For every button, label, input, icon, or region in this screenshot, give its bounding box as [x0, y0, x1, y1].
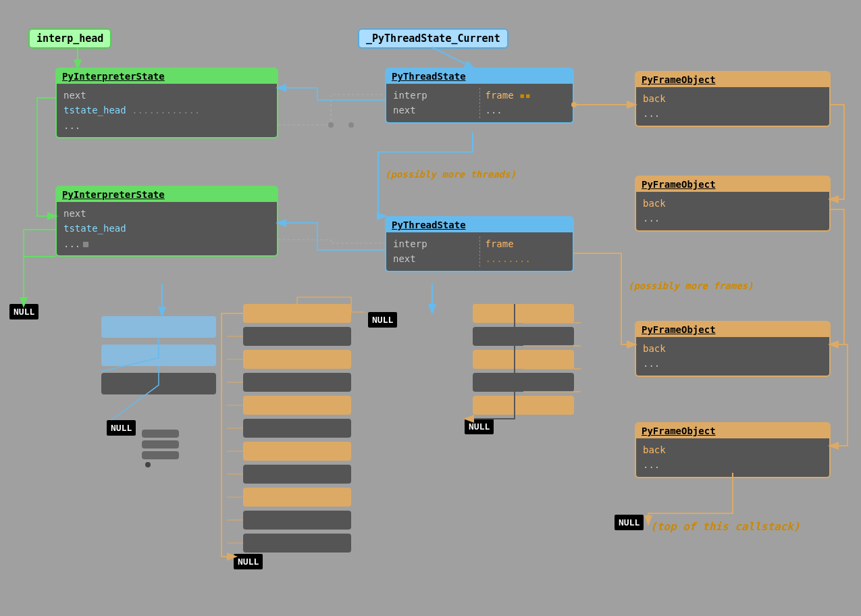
interp-state-2-body: next tstate_head ...	[57, 202, 277, 255]
mini-dark-5	[243, 465, 351, 484]
null-3: NULL	[465, 419, 494, 434]
frame-1-body: back ...	[636, 87, 829, 126]
mini-orange-3	[243, 396, 351, 415]
mini-blue-1	[101, 316, 216, 338]
frame-4-title: PyFrameObject	[636, 424, 829, 438]
mini-stack-dot	[145, 462, 151, 467]
mini-orange-t2-2	[473, 350, 574, 369]
mini-stack-1	[142, 430, 179, 438]
svg-line-1	[432, 47, 473, 68]
mini-dark-7	[243, 534, 351, 553]
null-4: NULL	[107, 420, 136, 436]
interp-state-2: PyInterpreterState next tstate_head ...	[55, 186, 278, 257]
frame-2-body: back ...	[636, 192, 829, 230]
mini-dark-1	[101, 373, 216, 394]
frame-2: PyFrameObject back ...	[635, 176, 831, 232]
mini-dark-4	[243, 419, 351, 438]
field-dots-2: ...	[63, 236, 270, 251]
mini-orange-1	[243, 304, 351, 323]
frame-4-body: back ...	[636, 438, 829, 477]
mini-stack-2	[142, 440, 179, 448]
mini-orange-t2-1	[473, 304, 574, 323]
field-dots-1: ...	[63, 118, 270, 133]
thread-state-2: PyThreadState interp next frame ........	[385, 216, 574, 272]
mini-orange-5	[243, 488, 351, 507]
field-next-1: next	[63, 88, 270, 103]
thread-state-2-title: PyThreadState	[386, 217, 573, 232]
null-5: NULL	[234, 554, 263, 569]
mini-blue-2	[101, 344, 216, 366]
mini-dark-2	[243, 327, 351, 346]
py-thread-state-current-label: _PyThreadState_Current	[358, 28, 508, 49]
frame-4: PyFrameObject back ...	[635, 422, 831, 478]
thread-state-2-body: interp next frame ........	[386, 232, 573, 271]
top-of-callstack: (top of this callstack)	[650, 520, 800, 533]
mini-dark-t2-1	[473, 327, 574, 346]
interp-state-1-body: next tstate_head ............ ...	[57, 84, 277, 137]
svg-point-2	[328, 122, 334, 128]
null-1: NULL	[9, 304, 38, 319]
null-6: NULL	[615, 515, 644, 530]
possibly-more-threads: (possibly more threads)	[385, 169, 516, 180]
frame-3-body: back ...	[636, 337, 829, 376]
interp-head-label: interp_head	[28, 28, 111, 49]
mini-orange-4	[243, 442, 351, 461]
frame-3-title: PyFrameObject	[636, 322, 829, 337]
interp-state-1: PyInterpreterState next tstate_head ....…	[55, 68, 278, 138]
mini-dark-6	[243, 511, 351, 530]
thread-state-1-title: PyThreadState	[386, 69, 573, 84]
field-next-2: next	[63, 206, 270, 221]
field-tstate-1: tstate_head ............	[63, 103, 270, 118]
interp-state-2-title: PyInterpreterState	[57, 187, 277, 202]
svg-point-3	[348, 122, 354, 128]
frame-1-title: PyFrameObject	[636, 72, 829, 87]
mini-orange-2	[243, 350, 351, 369]
frame-1: PyFrameObject back ...	[635, 71, 831, 127]
interp-state-1-title: PyInterpreterState	[57, 69, 277, 84]
mini-orange-t2-3	[473, 396, 574, 415]
null-2: NULL	[368, 312, 397, 328]
possibly-more-frames: (possibly more frames)	[628, 280, 753, 291]
field-tstate-2: tstate_head	[63, 221, 270, 236]
thread-state-1-body: interp next frame ▪▪ ...	[386, 84, 573, 122]
diagram: interp_head _PyThreadState_Current PyInt…	[0, 0, 861, 616]
mini-dark-t2-2	[473, 373, 574, 392]
mini-stack-3	[142, 451, 179, 459]
mini-dark-3	[243, 373, 351, 392]
frame-2-title: PyFrameObject	[636, 177, 829, 192]
frame-3: PyFrameObject back ...	[635, 321, 831, 377]
thread-state-1: PyThreadState interp next frame ▪▪ ...	[385, 68, 574, 124]
